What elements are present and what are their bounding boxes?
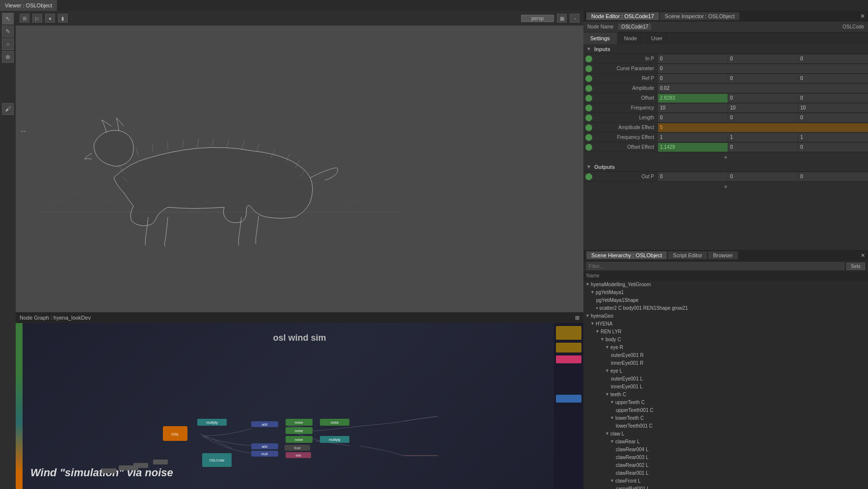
paint-tool[interactable]: 🖌 bbox=[2, 103, 14, 115]
sh-tab-browser[interactable]: Browser bbox=[708, 251, 737, 259]
fields-in-p bbox=[658, 54, 868, 63]
tree-item[interactable]: ▼lowerTeeth C bbox=[583, 414, 868, 422]
viewer-label: Viewer : OSLObject bbox=[0, 0, 57, 11]
tree-item[interactable]: ▼clawRear L bbox=[583, 437, 868, 445]
rotate-tool[interactable]: ○ bbox=[2, 38, 14, 50]
tree-item[interactable]: carpalBall001 L bbox=[583, 485, 868, 489]
field-off-eff-2[interactable] bbox=[728, 143, 798, 152]
field-ref-p-1[interactable] bbox=[658, 74, 728, 83]
fields-ref-p bbox=[658, 74, 868, 83]
inputs-add-btn[interactable]: + bbox=[722, 153, 730, 161]
ne-close-btn[interactable]: ✕ bbox=[860, 13, 865, 20]
tree-item[interactable]: ▼pgYetiMaya1 bbox=[583, 288, 868, 296]
tree-item[interactable]: clawRear003 L bbox=[583, 453, 868, 461]
shading-btn[interactable]: ● bbox=[45, 14, 55, 23]
field-off-eff-1[interactable] bbox=[658, 143, 728, 152]
tree-item[interactable]: ▼hyenaModelling_YetiGroom bbox=[583, 280, 868, 288]
field-in-p-3[interactable] bbox=[798, 54, 868, 63]
ng-mini-panel bbox=[554, 323, 583, 489]
field-ref-p-2[interactable] bbox=[728, 74, 798, 83]
viewport-canvas[interactable]: ↔ bbox=[16, 26, 583, 312]
ng-grid-icon[interactable]: ⊞ bbox=[575, 315, 579, 321]
sh-filter-input[interactable] bbox=[586, 262, 844, 270]
tree-item[interactable]: innerEye001 L bbox=[583, 382, 868, 390]
tree-item[interactable]: ▼claw L bbox=[583, 430, 868, 437]
camera-btn[interactable]: → bbox=[570, 14, 579, 23]
ne-tab-scene-inspector[interactable]: Scene Inspector : OSLObject bbox=[660, 12, 739, 20]
sh-tab-script[interactable]: Script Editor bbox=[668, 251, 707, 259]
tree-item[interactable]: upperTeeth001 C bbox=[583, 406, 868, 414]
tree-item[interactable]: ▼HYENA bbox=[583, 320, 868, 327]
ne-tab-node[interactable]: Node bbox=[617, 32, 644, 44]
ne-tab-node-editor[interactable]: Node Editor : OSLCode17 bbox=[586, 12, 659, 20]
field-length-1[interactable] bbox=[658, 113, 728, 122]
field-off-eff-3[interactable] bbox=[798, 143, 868, 152]
row-frequency: Frequency bbox=[583, 103, 868, 113]
scale-tool[interactable]: ⊕ bbox=[2, 51, 14, 63]
svg-line-16 bbox=[212, 138, 214, 147]
wireframe-btn[interactable]: ▷ bbox=[32, 14, 42, 23]
sh-col-header: Name bbox=[583, 272, 868, 280]
tree-item[interactable]: ▼body C bbox=[583, 335, 868, 343]
field-offset-2[interactable] bbox=[728, 94, 798, 103]
field-ref-p-3[interactable] bbox=[798, 74, 868, 83]
tree-item[interactable]: ▼hyenaGeo bbox=[583, 312, 868, 320]
tree-item[interactable]: innerEye001 R bbox=[583, 359, 868, 367]
field-amp-effect[interactable] bbox=[658, 123, 868, 132]
svg-line-10 bbox=[384, 205, 398, 212]
outputs-arrow[interactable]: ▼ bbox=[586, 164, 591, 169]
tree-item[interactable]: outerEye001 L bbox=[583, 375, 868, 382]
ne-topbar: Node Editor : OSLCode17 Scene Inspector … bbox=[583, 11, 868, 22]
tree-item[interactable]: ▼upperTeeth C bbox=[583, 398, 868, 406]
field-freq-3[interactable] bbox=[798, 104, 868, 112]
field-freq-2[interactable] bbox=[728, 104, 798, 112]
tree-item[interactable]: lowerTeeth001 C bbox=[583, 422, 868, 430]
move-tool[interactable]: ✎ bbox=[2, 26, 14, 37]
field-out-p-1[interactable] bbox=[658, 172, 728, 181]
field-out-p-2[interactable] bbox=[728, 172, 798, 181]
sh-tree[interactable]: ▼hyenaModelling_YetiGroom▼pgYetiMaya1pgY… bbox=[583, 280, 868, 489]
field-offset-3[interactable] bbox=[798, 94, 868, 103]
mini-node-2 bbox=[556, 343, 581, 353]
field-freq-eff-3[interactable] bbox=[798, 133, 868, 142]
row-amp-effect: Amplitude Effect bbox=[583, 123, 868, 133]
sh-sets-btn[interactable]: Sets bbox=[846, 263, 865, 270]
inputs-arrow[interactable]: ▼ bbox=[586, 46, 591, 52]
field-freq-1[interactable] bbox=[658, 104, 728, 112]
select-tool[interactable]: ↖ bbox=[2, 13, 14, 25]
sh-tab-hierarchy[interactable]: Scene Hierarchy : OSLObject bbox=[586, 251, 667, 259]
tree-item[interactable]: ▼teeth C bbox=[583, 390, 868, 398]
tree-item[interactable]: pgYetiMaya1Shape bbox=[583, 296, 868, 304]
tree-item[interactable]: clawRear002 L bbox=[583, 461, 868, 469]
field-length-2[interactable] bbox=[728, 113, 798, 122]
tree-item[interactable]: outerEye001 R bbox=[583, 351, 868, 359]
field-out-p-3[interactable] bbox=[798, 172, 868, 181]
ne-tab-settings[interactable]: Settings bbox=[583, 32, 617, 44]
center-area: ⊞ ▷ ● ▮ persp ▦ → bbox=[16, 11, 583, 489]
sh-close-btn[interactable]: ✕ bbox=[861, 252, 865, 259]
tree-item[interactable]: ▼clawFront L bbox=[583, 477, 868, 485]
svg-text:mult: mult bbox=[261, 452, 267, 456]
render-btn[interactable]: ▦ bbox=[557, 14, 567, 23]
field-in-p-2[interactable] bbox=[728, 54, 798, 63]
field-freq-eff-2[interactable] bbox=[728, 133, 798, 142]
grid-btn[interactable]: ⊞ bbox=[20, 14, 29, 23]
tree-item[interactable]: ▼eye R bbox=[583, 343, 868, 351]
tree-item[interactable]: ▼REN LYR bbox=[583, 327, 868, 335]
field-offset-1[interactable] bbox=[658, 94, 728, 103]
ne-tab-user[interactable]: User bbox=[644, 32, 670, 44]
tree-item[interactable]: • scatter2 C body001 REN1Shape grow21 bbox=[583, 304, 868, 312]
outputs-add-btn[interactable]: + bbox=[722, 183, 730, 190]
field-length-3[interactable] bbox=[798, 113, 868, 122]
light-btn[interactable]: ▮ bbox=[58, 14, 68, 23]
field-freq-eff-1[interactable] bbox=[658, 133, 728, 142]
tree-item[interactable]: ▼eye L bbox=[583, 367, 868, 375]
field-in-p-1[interactable] bbox=[658, 54, 728, 63]
ne-header-right: OSLCode bbox=[842, 24, 864, 29]
node-graph-canvas[interactable]: osl wind sim Wind "simulation" via noise bbox=[16, 323, 583, 489]
field-curve-param[interactable] bbox=[658, 64, 868, 73]
tree-item[interactable]: clawRear004 L bbox=[583, 445, 868, 453]
dot-amplitude bbox=[585, 85, 592, 92]
field-amplitude[interactable] bbox=[658, 84, 868, 93]
tree-item[interactable]: clawRear001 L bbox=[583, 469, 868, 477]
